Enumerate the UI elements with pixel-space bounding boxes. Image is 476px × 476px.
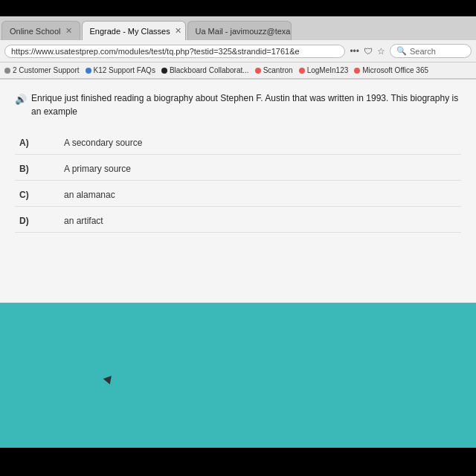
bookmark-icon (354, 68, 360, 74)
address-bar[interactable]: https://www.usatestprep.com/modules/test… (4, 45, 345, 58)
bookmark-logmein[interactable]: LogMeIn123 (299, 66, 349, 74)
answer-option-a[interactable]: A) A secondary source (15, 132, 461, 155)
browser-chrome: Online School ✕ Engrade - My Classes ✕ U… (0, 16, 476, 80)
more-icon[interactable]: ••• (350, 46, 359, 57)
answer-text-b: A primary source (64, 164, 131, 174)
bookmark-customer-support[interactable]: 2 Customer Support (4, 66, 80, 74)
tab-engrade[interactable]: Engrade - My Classes ✕ (82, 21, 186, 40)
bookmark-icon (255, 68, 261, 74)
answer-letter-a: A) (19, 138, 42, 148)
bookmark-icon (4, 68, 10, 74)
question-container: 🔊 Enrique just finished reading a biogra… (15, 91, 461, 118)
bookmark-label: Microsoft Office 365 (362, 66, 428, 74)
answer-letter-d: D) (19, 216, 42, 226)
tab-label: Ua Mail - javimouzz@texasom... (196, 27, 292, 36)
bookmark-k12-support[interactable]: K12 Support FAQs (86, 66, 155, 74)
bookmark-blackboard[interactable]: Blackboard Collaborat... (161, 66, 249, 74)
desktop-area (0, 303, 476, 448)
speaker-icon[interactable]: 🔊 (15, 92, 27, 107)
answer-letter-c: C) (19, 190, 42, 200)
answer-letter-b: B) (19, 164, 42, 174)
search-bar[interactable]: 🔍 Search (390, 44, 472, 58)
search-icon: 🔍 (396, 46, 407, 56)
bookmark-icon (161, 68, 167, 74)
shield-icon: 🛡 (364, 46, 373, 57)
top-black-bar (0, 0, 476, 16)
bookmark-label: 2 Customer Support (13, 66, 80, 74)
star-icon[interactable]: ☆ (377, 46, 385, 57)
nav-icons: ••• 🛡 ☆ (350, 46, 385, 57)
address-bar-row: https://www.usatestprep.com/modules/test… (0, 40, 476, 62)
tab-close-online-school[interactable]: ✕ (65, 26, 72, 36)
tab-close-engrade[interactable]: ✕ (175, 26, 181, 36)
bookmark-label: Blackboard Collaborat... (170, 66, 249, 74)
tab-label: Engrade - My Classes (90, 27, 170, 36)
search-label: Search (410, 47, 436, 56)
bookmark-icon (299, 68, 305, 74)
bookmark-microsoft[interactable]: Microsoft Office 365 (354, 66, 428, 74)
answer-text-d: an artifact (64, 216, 103, 226)
url-text: https://www.usatestprep.com/modules/test… (11, 47, 300, 56)
mouse-cursor (103, 376, 115, 386)
answer-text-a: A secondary source (64, 138, 142, 148)
answer-option-c[interactable]: C) an alamanac (15, 184, 461, 207)
bookmark-scantron[interactable]: Scantron (255, 66, 293, 74)
bookmark-icon (86, 68, 91, 74)
question-text: Enrique just finished reading a biograph… (31, 91, 461, 118)
answer-option-d[interactable]: D) an artifact (15, 210, 461, 233)
bookmarks-bar: 2 Customer Support K12 Support FAQs Blac… (0, 62, 476, 79)
answer-option-b[interactable]: B) A primary source (15, 158, 461, 181)
bookmark-label: K12 Support FAQs (94, 66, 155, 74)
tab-online-school[interactable]: Online School ✕ (1, 21, 80, 40)
page-content: 🔊 Enrique just finished reading a biogra… (0, 80, 476, 303)
bookmark-label: LogMeIn123 (307, 66, 349, 74)
tab-label: Online School (10, 27, 61, 36)
tab-ua-mail[interactable]: Ua Mail - javimouzz@texasom... ✕ (187, 21, 292, 40)
bookmark-label: Scantron (263, 66, 293, 74)
tab-bar: Online School ✕ Engrade - My Classes ✕ U… (0, 16, 476, 40)
answer-text-c: an alamanac (64, 190, 115, 200)
